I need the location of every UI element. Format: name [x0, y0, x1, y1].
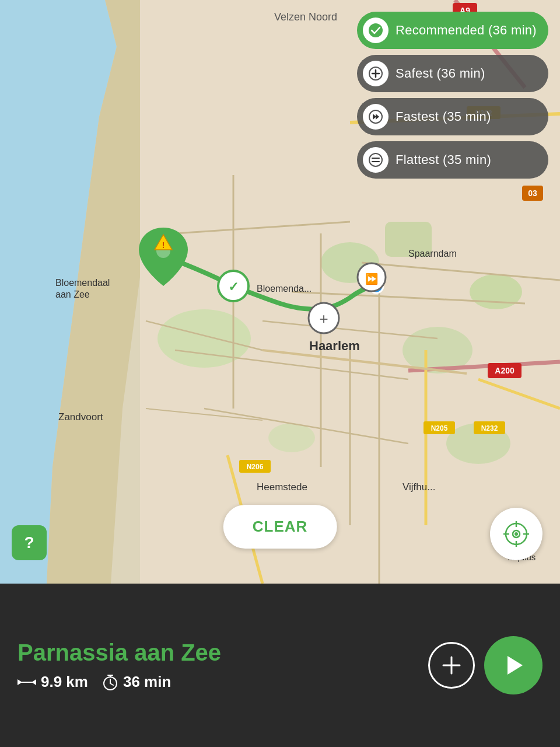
svg-text:N206: N206: [247, 463, 264, 471]
svg-text:✓: ✓: [228, 280, 239, 294]
svg-marker-82: [32, 679, 36, 685]
svg-text:!: !: [162, 240, 165, 250]
svg-text:⏩: ⏩: [365, 273, 379, 285]
safest-icon: [363, 61, 388, 86]
distance-value: 9.9 km: [41, 673, 88, 691]
svg-point-70: [369, 153, 382, 166]
route-stats: 9.9 km 36 min: [18, 673, 428, 691]
help-button[interactable]: ?: [12, 525, 47, 560]
distance-stat: 9.9 km: [18, 673, 88, 691]
flattest-icon: [363, 147, 388, 173]
svg-marker-90: [508, 656, 523, 675]
svg-text:Heemstede: Heemstede: [257, 481, 307, 493]
svg-text:N232: N232: [481, 424, 498, 432]
svg-marker-81: [18, 679, 22, 685]
timer-icon: [102, 674, 118, 690]
duration-value: 36 min: [123, 673, 171, 691]
svg-text:Bloemenda...: Bloemenda...: [257, 284, 312, 294]
route-option-fastest[interactable]: Fastest (35 min): [357, 98, 548, 135]
svg-line-85: [110, 683, 113, 685]
svg-text:Spaarndam: Spaarndam: [408, 249, 457, 259]
route-options: Recommended (36 min) Safest (36 min): [357, 12, 548, 179]
route-info: Parnassia aan Zee 9.9 km 36 min: [18, 640, 428, 691]
add-waypoint-button[interactable]: [428, 642, 475, 689]
safest-label: Safest (36 min): [396, 66, 485, 81]
svg-text:N205: N205: [431, 424, 448, 432]
map-container: Velzen Noord Bloemendaal aan Zee Bloemen…: [0, 0, 560, 584]
route-option-flattest[interactable]: Flattest (35 min): [357, 141, 548, 179]
action-buttons: [428, 636, 542, 694]
svg-text:Vijfhu...: Vijfhu...: [402, 481, 435, 493]
gps-location-button[interactable]: [490, 508, 542, 560]
route-option-recommended[interactable]: Recommended (36 min): [357, 12, 548, 49]
duration-stat: 36 min: [102, 673, 171, 691]
svg-point-7: [268, 423, 315, 452]
svg-text:A200: A200: [495, 366, 514, 375]
svg-text:Bloemendaal: Bloemendaal: [55, 278, 110, 288]
start-navigation-button[interactable]: [484, 636, 542, 694]
fastest-label: Fastest (35 min): [396, 109, 491, 124]
svg-marker-69: [376, 114, 379, 120]
flattest-label: Flattest (35 min): [396, 152, 491, 167]
svg-text:Haarlem: Haarlem: [309, 338, 360, 353]
svg-text:+: +: [319, 310, 328, 327]
route-option-safest[interactable]: Safest (36 min): [357, 55, 548, 92]
svg-text:Zandvoort: Zandvoort: [58, 411, 103, 423]
recommended-icon: [363, 18, 388, 43]
svg-text:Velzen Noord: Velzen Noord: [274, 11, 337, 23]
clear-button[interactable]: CLEAR: [223, 505, 337, 549]
svg-text:03: 03: [528, 189, 537, 198]
recommended-label: Recommended (36 min): [396, 23, 537, 38]
svg-point-63: [369, 23, 383, 37]
distance-icon: [18, 676, 36, 689]
fastest-icon: [363, 104, 388, 130]
svg-point-75: [514, 532, 518, 536]
svg-point-2: [158, 309, 251, 368]
svg-text:aan Zee: aan Zee: [55, 289, 90, 299]
destination-name: Parnassia aan Zee: [18, 640, 428, 666]
svg-point-5: [470, 274, 522, 309]
bottom-panel: Parnassia aan Zee 9.9 km 36 min: [0, 584, 560, 747]
